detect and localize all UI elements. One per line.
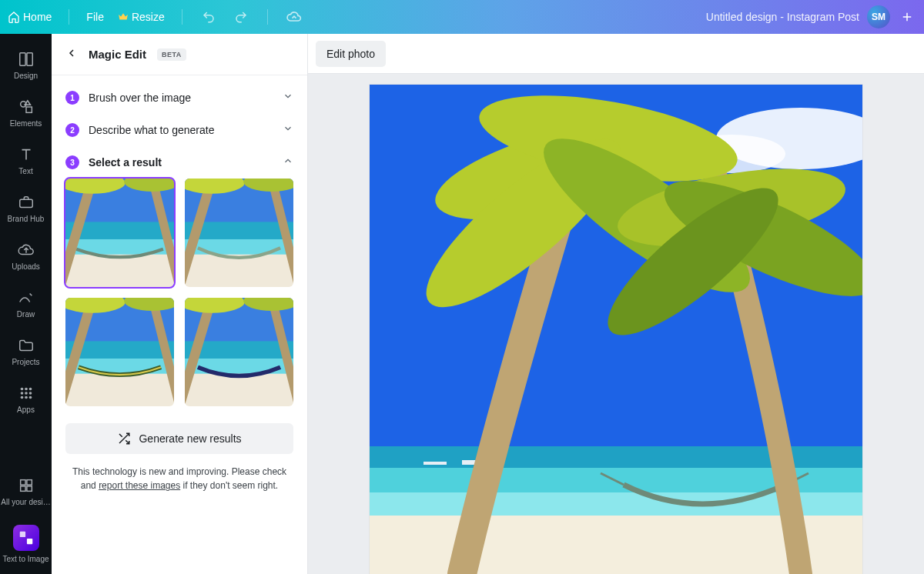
step-select-result[interactable]: 3 Select a result xyxy=(65,146,293,179)
text-to-image-icon xyxy=(18,529,35,546)
home-icon xyxy=(8,11,20,23)
result-thumb-4[interactable] xyxy=(185,298,293,406)
allyour-icon xyxy=(18,477,35,494)
svg-point-8 xyxy=(20,392,23,395)
result-thumb-1[interactable] xyxy=(65,179,174,287)
chevron-up-icon xyxy=(283,155,293,169)
result-thumb-2[interactable] xyxy=(185,179,293,287)
step-number: 2 xyxy=(65,123,79,137)
magic-edit-panel: Magic Edit BETA 1 Brush over the image 2… xyxy=(52,34,308,574)
step-describe[interactable]: 2 Describe what to generate xyxy=(65,114,293,146)
avatar[interactable]: SM xyxy=(867,5,890,28)
nav-rail: Design Elements Text Brand Hub Uploads D… xyxy=(0,34,52,574)
redo-icon xyxy=(234,10,248,24)
undo-button[interactable] xyxy=(199,8,218,26)
cloud-icon xyxy=(286,9,302,25)
step-number: 1 xyxy=(65,91,79,105)
grid-icon xyxy=(18,385,35,402)
svg-point-10 xyxy=(28,392,32,395)
canvas-toolbar: Edit photo xyxy=(308,34,924,74)
rail-text-to-image[interactable]: Text to Image xyxy=(0,517,52,574)
plus-icon xyxy=(900,10,914,24)
design-title[interactable]: Untitled design - Instagram Post xyxy=(706,11,859,23)
draw-icon xyxy=(18,289,35,306)
home-label: Home xyxy=(23,11,52,23)
topbar: Home File Resize Untitled design - Insta… xyxy=(0,0,924,34)
cloud-sync-button[interactable] xyxy=(285,8,303,26)
rail-allyourdesigns[interactable]: All your desi… xyxy=(0,469,52,517)
result-thumb-3[interactable] xyxy=(65,298,174,406)
add-button[interactable] xyxy=(898,8,916,26)
redo-button[interactable] xyxy=(232,8,250,26)
rail-draw[interactable]: Draw xyxy=(0,282,52,329)
report-images-link[interactable]: report these images xyxy=(99,480,180,491)
svg-point-11 xyxy=(20,396,23,399)
folder-icon xyxy=(18,337,35,354)
rail-text[interactable]: Text xyxy=(0,138,52,186)
svg-rect-14 xyxy=(20,480,25,485)
home-button[interactable]: Home xyxy=(8,11,52,23)
generate-button-label: Generate new results xyxy=(139,432,241,445)
rail-uploads[interactable]: Uploads xyxy=(0,234,52,282)
svg-rect-16 xyxy=(20,486,25,491)
svg-rect-4 xyxy=(19,199,32,207)
svg-point-7 xyxy=(28,388,32,391)
step-label: Brush over the image xyxy=(89,92,191,104)
canvas-area: Edit photo xyxy=(308,34,924,574)
artboard[interactable] xyxy=(370,85,862,574)
svg-point-9 xyxy=(25,392,28,395)
layout-icon xyxy=(18,51,35,68)
svg-rect-1 xyxy=(26,53,32,66)
svg-rect-23 xyxy=(65,255,174,287)
rail-projects[interactable]: Projects xyxy=(0,329,52,377)
svg-rect-0 xyxy=(19,53,25,66)
generate-new-results-button[interactable]: Generate new results xyxy=(65,423,293,454)
svg-point-6 xyxy=(25,388,28,391)
svg-point-13 xyxy=(28,396,32,399)
resize-menu[interactable]: Resize xyxy=(118,11,165,23)
upload-icon xyxy=(18,242,35,259)
briefcase-icon xyxy=(18,194,35,211)
step-number: 3 xyxy=(65,155,79,169)
shapes-icon xyxy=(18,98,35,115)
disclaimer-text: This technology is new and improving. Pl… xyxy=(52,465,307,505)
svg-point-5 xyxy=(20,388,23,391)
rail-brandhub[interactable]: Brand Hub xyxy=(0,186,52,234)
step-label: Select a result xyxy=(89,156,162,169)
svg-rect-15 xyxy=(26,480,31,485)
svg-rect-18 xyxy=(19,532,25,537)
panel-title: Magic Edit xyxy=(89,48,146,61)
svg-rect-35 xyxy=(65,374,174,406)
edit-photo-button[interactable]: Edit photo xyxy=(316,41,386,67)
chevron-down-icon xyxy=(283,91,293,105)
crown-icon xyxy=(118,12,129,22)
beta-badge: BETA xyxy=(157,48,186,61)
rail-design[interactable]: Design xyxy=(0,43,52,91)
text-icon xyxy=(18,146,35,163)
rail-apps[interactable]: Apps xyxy=(0,377,52,425)
svg-rect-3 xyxy=(26,107,32,112)
shuffle-icon xyxy=(117,432,131,446)
svg-rect-41 xyxy=(185,374,293,406)
step-brush[interactable]: 1 Brush over the image xyxy=(65,82,293,114)
results-grid xyxy=(52,179,307,419)
svg-rect-19 xyxy=(26,539,32,544)
svg-rect-17 xyxy=(26,486,31,491)
panel-back-button[interactable] xyxy=(65,47,78,62)
step-label: Describe what to generate xyxy=(89,124,214,136)
undo-icon xyxy=(202,10,216,24)
svg-rect-51 xyxy=(424,462,447,465)
file-menu[interactable]: File xyxy=(86,11,104,23)
rail-elements[interactable]: Elements xyxy=(0,91,52,138)
chevron-down-icon xyxy=(283,123,293,137)
svg-point-12 xyxy=(25,396,28,399)
chevron-left-icon xyxy=(65,47,78,59)
